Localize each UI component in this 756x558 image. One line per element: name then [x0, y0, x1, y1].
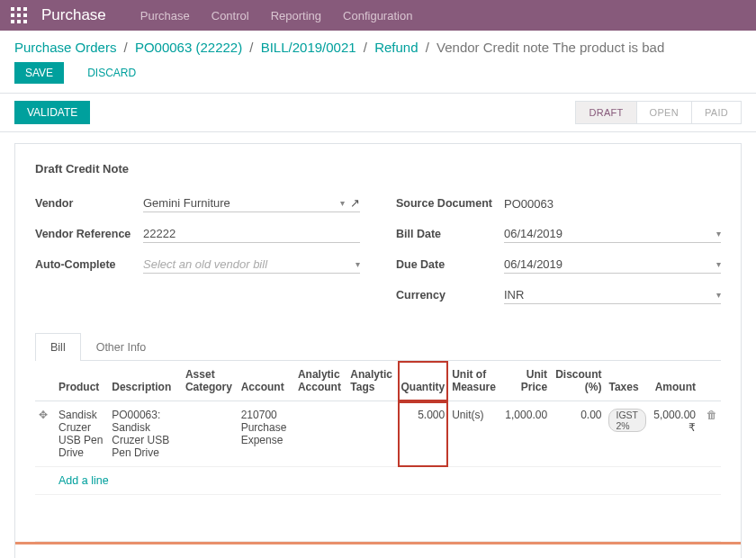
billdate-label: Bill Date: [396, 228, 504, 240]
currency-field[interactable]: INR▾: [504, 286, 721, 304]
chevron-down-icon: ▾: [716, 229, 721, 238]
external-link-icon[interactable]: ↗: [350, 196, 360, 210]
billdate-field[interactable]: 06/14/2019▾: [504, 225, 721, 243]
apps-icon[interactable]: [11, 7, 27, 23]
cell-uom[interactable]: Unit(s): [448, 401, 501, 467]
col-amount: Amount: [650, 361, 699, 401]
status-paid[interactable]: PAID: [691, 101, 742, 124]
chevron-down-icon: ▾: [356, 259, 360, 269]
vendor-field[interactable]: Gemini Furniture ▾ ↗: [143, 194, 360, 212]
menu-configuration[interactable]: Configuration: [343, 9, 412, 22]
action-bar: SAVE DISCARD: [0, 58, 756, 93]
currency-label: Currency: [396, 289, 504, 302]
col-description: Description: [108, 361, 182, 401]
tab-bill[interactable]: Bill: [35, 333, 81, 361]
duedate-label: Due Date: [396, 258, 504, 271]
form-title: Draft Credit Note: [35, 162, 721, 176]
form-left-col: Vendor Gemini Furniture ▾ ↗ Vendor Refer…: [35, 192, 360, 314]
add-line-link[interactable]: Add a line: [55, 467, 721, 495]
cell-analytic-account[interactable]: [294, 401, 346, 467]
cell-quantity[interactable]: 5.000: [398, 401, 449, 467]
validate-button[interactable]: VALIDATE: [14, 101, 90, 124]
form-right-col: Source Document PO00063 Bill Date 06/14/…: [396, 192, 721, 314]
svg-rect-3: [11, 14, 14, 17]
status-row: VALIDATE DRAFT OPEN PAID: [0, 93, 756, 132]
col-asset: Asset Category: [182, 361, 238, 401]
cell-price[interactable]: 1,000.00: [501, 401, 551, 467]
svg-rect-1: [17, 7, 21, 11]
top-menu: Purchase Control Reporting Configuration: [140, 9, 413, 22]
crumb-orders[interactable]: Purchase Orders: [14, 40, 116, 55]
cell-product[interactable]: Sandisk Cruzer USB Pen Drive: [55, 401, 108, 467]
chevron-down-icon: ▾: [716, 259, 721, 269]
vendor-label: Vendor: [35, 197, 143, 210]
cell-account[interactable]: 210700 Purchase Expense: [238, 401, 294, 467]
source-label: Source Document: [396, 197, 504, 210]
col-quantity: Quantity: [398, 361, 449, 401]
menu-reporting[interactable]: Reporting: [271, 9, 321, 22]
status-open[interactable]: OPEN: [636, 101, 692, 124]
col-price: Unit Price: [501, 361, 551, 401]
cell-discount[interactable]: 0.00: [551, 401, 605, 467]
vendor-ref-field[interactable]: 22222: [143, 225, 360, 243]
auto-complete-field[interactable]: ▾: [143, 256, 360, 274]
topbar: Purchase Purchase Control Reporting Conf…: [0, 0, 756, 31]
svg-rect-7: [17, 20, 21, 23]
save-button[interactable]: SAVE: [14, 62, 64, 84]
col-account: Account: [238, 361, 294, 401]
footer: Tax Description Tax Account Analytic acc…: [35, 544, 721, 558]
crumb-po[interactable]: PO00063 (22222): [135, 40, 242, 55]
col-taxes: Taxes: [605, 361, 649, 401]
duedate-field[interactable]: 06/14/2019▾: [504, 256, 721, 274]
crumb-refund[interactable]: Refund: [374, 40, 418, 55]
discard-button[interactable]: DISCARD: [76, 62, 147, 84]
trash-icon[interactable]: 🗑: [706, 409, 717, 421]
chevron-down-icon: ▾: [340, 198, 345, 208]
svg-rect-2: [23, 7, 27, 11]
svg-rect-8: [23, 20, 27, 23]
form-sheet: Draft Credit Note Vendor Gemini Furnitur…: [14, 143, 742, 558]
cell-analytic-tags[interactable]: [346, 401, 397, 467]
source-field: PO00063: [504, 195, 721, 212]
drag-handle-icon[interactable]: ✥: [39, 409, 48, 421]
svg-rect-4: [17, 14, 21, 17]
crumb-bill[interactable]: BILL/2019/0021: [261, 40, 356, 55]
col-product: Product: [55, 361, 108, 401]
crumb-current: Vendor Credit note The product is bad: [436, 40, 664, 55]
chevron-down-icon: ▾: [716, 290, 721, 300]
svg-rect-0: [11, 7, 14, 11]
auto-complete-input[interactable]: [143, 257, 356, 271]
status-draft[interactable]: DRAFT: [575, 101, 636, 124]
col-uom: Unit of Measure: [448, 361, 501, 401]
col-analytic-account: Analytic Account: [294, 361, 346, 401]
auto-complete-label: Auto-Complete: [35, 258, 143, 271]
menu-purchase[interactable]: Purchase: [140, 9, 190, 22]
lines-table: Product Description Asset Category Accou…: [35, 361, 721, 542]
vendor-ref-label: Vendor Reference: [35, 228, 143, 240]
statusbar: DRAFT OPEN PAID: [575, 101, 742, 124]
svg-rect-6: [11, 20, 14, 23]
svg-rect-5: [23, 14, 27, 17]
col-analytic-tags: Analytic Tags: [346, 361, 397, 401]
cell-asset[interactable]: [182, 401, 238, 467]
col-discount: Discount (%): [551, 361, 605, 401]
tab-other-info[interactable]: Other Info: [81, 333, 162, 361]
breadcrumb: Purchase Orders / PO00063 (22222) / BILL…: [0, 31, 756, 58]
table-row[interactable]: ✥ Sandisk Cruzer USB Pen Drive PO00063: …: [35, 401, 721, 467]
tax-tag[interactable]: IGST 2%: [608, 409, 645, 432]
tabs: Bill Other Info: [35, 332, 721, 361]
cell-description[interactable]: PO00063: Sandisk Cruzer USB Pen Drive: [108, 401, 182, 467]
cell-taxes[interactable]: IGST 2%: [605, 401, 649, 467]
menu-control[interactable]: Control: [212, 9, 249, 22]
cell-amount: 5,000.00 ₹: [650, 401, 699, 467]
app-title[interactable]: Purchase: [41, 6, 106, 24]
